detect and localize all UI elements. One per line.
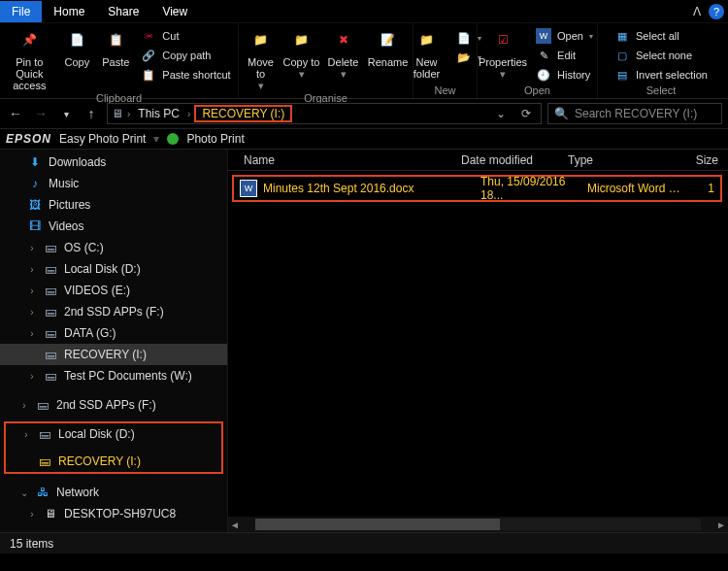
paste-icon: 📋 bbox=[102, 27, 129, 54]
tab-view[interactable]: View bbox=[150, 1, 199, 22]
select-all-button[interactable]: ▦Select all bbox=[611, 27, 711, 45]
tree-videos-e[interactable]: ›🖴VIDEOS (E:) bbox=[0, 280, 227, 301]
epson-photo-print-button[interactable]: Photo Print bbox=[186, 132, 244, 146]
nav-forward-button[interactable]: → bbox=[31, 106, 50, 121]
paste-shortcut-icon: 📋 bbox=[141, 67, 156, 83]
highlighted-drives: ›🖴Local Disk (D:) 🖴RECOVERY (I:) bbox=[4, 421, 223, 474]
column-headers[interactable]: Name Date modified Type Size bbox=[228, 150, 728, 171]
drive-icon: 🖴 bbox=[37, 453, 52, 469]
properties-button[interactable]: ☑ Properties▾ bbox=[476, 25, 530, 80]
tree-test-w[interactable]: ›🖴Test PC Documents (W:) bbox=[0, 365, 227, 386]
pc-icon: 🖥 bbox=[43, 506, 58, 521]
search-icon: 🔍 bbox=[554, 107, 569, 120]
scroll-thumb[interactable] bbox=[255, 519, 500, 530]
delete-button[interactable]: ✖ Delete▾ bbox=[322, 25, 365, 80]
copy-to-icon: 📁 bbox=[288, 27, 315, 54]
breadcrumb-recovery[interactable]: RECOVERY (I:) bbox=[194, 105, 292, 122]
paste-button[interactable]: 📋 Paste bbox=[96, 25, 135, 68]
nav-tree[interactable]: ⬇Downloads ♪Music 🖼Pictures 🎞Videos ›🖴OS… bbox=[0, 150, 228, 532]
word-file-icon: W bbox=[240, 180, 257, 197]
epson-logo: EPSON bbox=[6, 132, 51, 146]
history-button[interactable]: 🕘History bbox=[532, 66, 597, 84]
drive-icon: 🖴 bbox=[43, 347, 58, 362]
tree-videos[interactable]: 🎞Videos bbox=[0, 216, 227, 237]
tab-share[interactable]: Share bbox=[96, 1, 150, 22]
tree-music[interactable]: ♪Music bbox=[0, 173, 227, 194]
file-size: 1 bbox=[684, 182, 720, 195]
tree-downloads[interactable]: ⬇Downloads bbox=[0, 151, 227, 173]
tree-ssd-f[interactable]: ›🖴2nd SSD APPs (F:) bbox=[0, 301, 227, 322]
tree-data-g[interactable]: ›🖴DATA (G:) bbox=[0, 322, 227, 344]
tree-recovery-i2[interactable]: 🖴RECOVERY (I:) bbox=[6, 451, 221, 472]
move-to-button[interactable]: 📁 Move to▾ bbox=[241, 25, 281, 91]
move-to-icon: 📁 bbox=[248, 27, 275, 54]
edit-button[interactable]: ✎Edit bbox=[532, 47, 597, 64]
file-type: Microsoft Word D... bbox=[587, 182, 684, 195]
tree-pictures[interactable]: 🖼Pictures bbox=[0, 194, 227, 216]
network-icon: 🖧 bbox=[35, 485, 50, 500]
open-button[interactable]: WOpen ▾ bbox=[532, 27, 597, 45]
ribbon-minimize-icon[interactable]: ᐱ bbox=[685, 5, 709, 18]
file-date: Thu, 15/09/2016 18... bbox=[480, 175, 587, 202]
paste-shortcut-button[interactable]: 📋Paste shortcut bbox=[137, 66, 234, 84]
videos-icon: 🎞 bbox=[27, 218, 43, 234]
tree-os-c[interactable]: ›🖴OS (C:) bbox=[0, 237, 227, 258]
tree-local-d[interactable]: ›🖴Local Disk (D:) bbox=[0, 258, 227, 280]
nav-back-button[interactable]: ← bbox=[6, 106, 25, 121]
address-bar[interactable]: 🖥 › This PC › RECOVERY (I:) ⌄ ⟳ bbox=[107, 103, 542, 124]
tree-recovery-i[interactable]: 🖴RECOVERY (I:) bbox=[0, 344, 227, 365]
tree-local-d2[interactable]: ›🖴Local Disk (D:) bbox=[6, 423, 221, 445]
drive-icon: 🖴 bbox=[43, 283, 58, 298]
group-label-new: New bbox=[434, 84, 455, 97]
col-date[interactable]: Date modified bbox=[461, 153, 568, 167]
edit-icon: ✎ bbox=[536, 48, 551, 63]
easy-access-icon: 📂 bbox=[456, 50, 472, 65]
group-label-open: Open bbox=[524, 84, 550, 97]
new-folder-button[interactable]: 📁 New folder bbox=[404, 25, 450, 80]
select-none-icon: ▢ bbox=[614, 48, 630, 63]
nav-up-button[interactable]: ↑ bbox=[82, 106, 101, 121]
address-dropdown-icon[interactable]: ⌄ bbox=[490, 107, 512, 120]
drive-icon: 🖥 bbox=[112, 107, 123, 120]
search-placeholder: Search RECOVERY (I:) bbox=[575, 107, 697, 120]
help-icon[interactable]: ? bbox=[709, 4, 724, 19]
pin-to-quick-access-button[interactable]: 📌 Pin to Quick access bbox=[1, 25, 57, 91]
col-type[interactable]: Type bbox=[568, 153, 665, 167]
nav-recent-button[interactable]: ▾ bbox=[56, 109, 76, 119]
select-none-button[interactable]: ▢Select none bbox=[611, 47, 711, 64]
copy-icon: 📄 bbox=[63, 27, 90, 54]
music-icon: ♪ bbox=[27, 176, 43, 191]
invert-selection-button[interactable]: ▤Invert selection bbox=[611, 66, 711, 84]
col-name[interactable]: Name bbox=[238, 153, 461, 167]
tree-desktop-pc[interactable]: ›🖥DESKTOP-SH97UC8 bbox=[0, 503, 227, 524]
scroll-left-icon[interactable]: ◄ bbox=[228, 520, 242, 530]
scissors-icon: ✂ bbox=[141, 28, 156, 44]
tab-home[interactable]: Home bbox=[42, 1, 96, 22]
copy-button[interactable]: 📄 Copy bbox=[57, 25, 96, 68]
history-icon: 🕘 bbox=[536, 67, 551, 83]
file-name: Minutes 12th Sept 2016.docx bbox=[263, 182, 480, 195]
col-size[interactable]: Size bbox=[665, 153, 728, 167]
drive-icon: 🖴 bbox=[43, 368, 58, 384]
tree-network[interactable]: ⌄🖧Network bbox=[0, 482, 227, 503]
horizontal-scrollbar[interactable]: ◄ ► bbox=[228, 517, 728, 532]
tree-ssd-f2[interactable]: ›🖴2nd SSD APPs (F:) bbox=[0, 394, 227, 416]
status-item-count: 15 items bbox=[10, 537, 53, 551]
search-input[interactable]: 🔍 Search RECOVERY (I:) bbox=[547, 103, 722, 124]
properties-icon: ☑ bbox=[489, 27, 516, 54]
copy-to-button[interactable]: 📁 Copy to▾ bbox=[281, 25, 322, 80]
drive-icon: 🖴 bbox=[43, 325, 58, 341]
drive-icon: 🖴 bbox=[35, 397, 50, 413]
copy-path-icon: 🔗 bbox=[141, 48, 156, 63]
drive-icon: 🖴 bbox=[43, 261, 58, 277]
scroll-right-icon[interactable]: ► bbox=[714, 520, 728, 530]
cut-button[interactable]: ✂Cut bbox=[137, 27, 234, 45]
breadcrumb-this-pc[interactable]: This PC bbox=[134, 107, 183, 120]
file-row[interactable]: W Minutes 12th Sept 2016.docx Thu, 15/09… bbox=[234, 177, 720, 200]
tab-file[interactable]: File bbox=[0, 1, 42, 22]
drive-icon: 🖴 bbox=[37, 426, 52, 442]
new-item-icon: 📄 bbox=[456, 30, 472, 46]
downloads-icon: ⬇ bbox=[27, 154, 43, 170]
refresh-icon[interactable]: ⟳ bbox=[515, 107, 537, 120]
copy-path-button[interactable]: 🔗Copy path bbox=[137, 47, 234, 64]
